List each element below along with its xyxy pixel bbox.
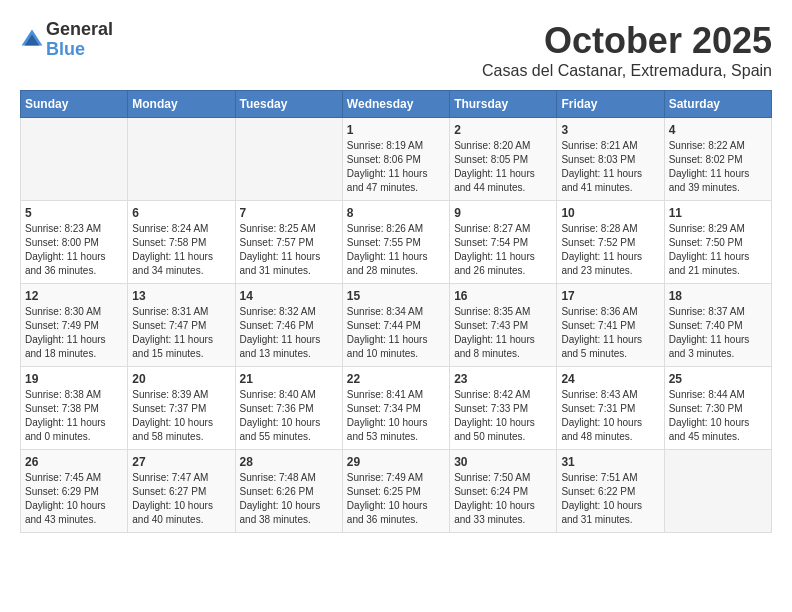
day-info: Sunrise: 8:20 AM Sunset: 8:05 PM Dayligh… [454,139,552,195]
calendar-week-row: 5Sunrise: 8:23 AM Sunset: 8:00 PM Daylig… [21,201,772,284]
day-number: 19 [25,372,123,386]
day-number: 2 [454,123,552,137]
day-number: 31 [561,455,659,469]
calendar-cell: 23Sunrise: 8:42 AM Sunset: 7:33 PM Dayli… [450,367,557,450]
location-title: Casas del Castanar, Extremadura, Spain [482,62,772,80]
day-number: 17 [561,289,659,303]
day-number: 4 [669,123,767,137]
day-info: Sunrise: 8:31 AM Sunset: 7:47 PM Dayligh… [132,305,230,361]
calendar-cell: 22Sunrise: 8:41 AM Sunset: 7:34 PM Dayli… [342,367,449,450]
calendar-cell: 19Sunrise: 8:38 AM Sunset: 7:38 PM Dayli… [21,367,128,450]
calendar-cell: 13Sunrise: 8:31 AM Sunset: 7:47 PM Dayli… [128,284,235,367]
month-title: October 2025 [482,20,772,62]
day-info: Sunrise: 7:48 AM Sunset: 6:26 PM Dayligh… [240,471,338,527]
day-info: Sunrise: 8:27 AM Sunset: 7:54 PM Dayligh… [454,222,552,278]
logo-blue: Blue [46,40,113,60]
calendar-cell: 20Sunrise: 8:39 AM Sunset: 7:37 PM Dayli… [128,367,235,450]
day-number: 6 [132,206,230,220]
calendar-cell: 16Sunrise: 8:35 AM Sunset: 7:43 PM Dayli… [450,284,557,367]
day-number: 29 [347,455,445,469]
day-info: Sunrise: 8:40 AM Sunset: 7:36 PM Dayligh… [240,388,338,444]
day-info: Sunrise: 8:37 AM Sunset: 7:40 PM Dayligh… [669,305,767,361]
header-sunday: Sunday [21,91,128,118]
day-info: Sunrise: 8:34 AM Sunset: 7:44 PM Dayligh… [347,305,445,361]
day-number: 7 [240,206,338,220]
calendar-week-row: 12Sunrise: 8:30 AM Sunset: 7:49 PM Dayli… [21,284,772,367]
logo-general: General [46,20,113,40]
calendar-cell: 11Sunrise: 8:29 AM Sunset: 7:50 PM Dayli… [664,201,771,284]
logo-text: General Blue [46,20,113,60]
calendar-cell [664,450,771,533]
calendar-cell: 5Sunrise: 8:23 AM Sunset: 8:00 PM Daylig… [21,201,128,284]
day-number: 27 [132,455,230,469]
calendar-cell: 4Sunrise: 8:22 AM Sunset: 8:02 PM Daylig… [664,118,771,201]
calendar-cell: 15Sunrise: 8:34 AM Sunset: 7:44 PM Dayli… [342,284,449,367]
day-number: 16 [454,289,552,303]
day-info: Sunrise: 8:42 AM Sunset: 7:33 PM Dayligh… [454,388,552,444]
day-number: 14 [240,289,338,303]
day-info: Sunrise: 8:26 AM Sunset: 7:55 PM Dayligh… [347,222,445,278]
day-number: 24 [561,372,659,386]
calendar-cell: 8Sunrise: 8:26 AM Sunset: 7:55 PM Daylig… [342,201,449,284]
day-info: Sunrise: 8:38 AM Sunset: 7:38 PM Dayligh… [25,388,123,444]
day-number: 11 [669,206,767,220]
calendar-cell: 3Sunrise: 8:21 AM Sunset: 8:03 PM Daylig… [557,118,664,201]
day-number: 5 [25,206,123,220]
day-info: Sunrise: 7:51 AM Sunset: 6:22 PM Dayligh… [561,471,659,527]
day-number: 28 [240,455,338,469]
calendar-cell: 10Sunrise: 8:28 AM Sunset: 7:52 PM Dayli… [557,201,664,284]
calendar-cell: 7Sunrise: 8:25 AM Sunset: 7:57 PM Daylig… [235,201,342,284]
day-number: 21 [240,372,338,386]
day-info: Sunrise: 7:50 AM Sunset: 6:24 PM Dayligh… [454,471,552,527]
day-number: 9 [454,206,552,220]
calendar-cell: 12Sunrise: 8:30 AM Sunset: 7:49 PM Dayli… [21,284,128,367]
calendar-cell: 31Sunrise: 7:51 AM Sunset: 6:22 PM Dayli… [557,450,664,533]
day-info: Sunrise: 8:43 AM Sunset: 7:31 PM Dayligh… [561,388,659,444]
day-info: Sunrise: 8:30 AM Sunset: 7:49 PM Dayligh… [25,305,123,361]
calendar-cell: 18Sunrise: 8:37 AM Sunset: 7:40 PM Dayli… [664,284,771,367]
page-header: General Blue October 2025 Casas del Cast… [20,20,772,80]
day-number: 23 [454,372,552,386]
calendar-cell [235,118,342,201]
calendar-cell [21,118,128,201]
calendar-cell: 24Sunrise: 8:43 AM Sunset: 7:31 PM Dayli… [557,367,664,450]
day-number: 30 [454,455,552,469]
day-info: Sunrise: 8:28 AM Sunset: 7:52 PM Dayligh… [561,222,659,278]
calendar-cell: 9Sunrise: 8:27 AM Sunset: 7:54 PM Daylig… [450,201,557,284]
calendar-cell: 14Sunrise: 8:32 AM Sunset: 7:46 PM Dayli… [235,284,342,367]
day-number: 1 [347,123,445,137]
calendar-cell: 27Sunrise: 7:47 AM Sunset: 6:27 PM Dayli… [128,450,235,533]
day-info: Sunrise: 8:25 AM Sunset: 7:57 PM Dayligh… [240,222,338,278]
logo: General Blue [20,20,113,60]
day-number: 26 [25,455,123,469]
day-number: 8 [347,206,445,220]
calendar-cell: 1Sunrise: 8:19 AM Sunset: 8:06 PM Daylig… [342,118,449,201]
day-number: 20 [132,372,230,386]
logo-icon [20,28,44,52]
day-number: 13 [132,289,230,303]
calendar-cell: 2Sunrise: 8:20 AM Sunset: 8:05 PM Daylig… [450,118,557,201]
day-info: Sunrise: 8:41 AM Sunset: 7:34 PM Dayligh… [347,388,445,444]
day-number: 3 [561,123,659,137]
day-number: 15 [347,289,445,303]
header-monday: Monday [128,91,235,118]
day-info: Sunrise: 8:29 AM Sunset: 7:50 PM Dayligh… [669,222,767,278]
day-number: 12 [25,289,123,303]
day-info: Sunrise: 8:35 AM Sunset: 7:43 PM Dayligh… [454,305,552,361]
calendar-cell: 30Sunrise: 7:50 AM Sunset: 6:24 PM Dayli… [450,450,557,533]
header-saturday: Saturday [664,91,771,118]
calendar-cell: 25Sunrise: 8:44 AM Sunset: 7:30 PM Dayli… [664,367,771,450]
calendar-week-row: 19Sunrise: 8:38 AM Sunset: 7:38 PM Dayli… [21,367,772,450]
day-info: Sunrise: 8:32 AM Sunset: 7:46 PM Dayligh… [240,305,338,361]
day-info: Sunrise: 7:45 AM Sunset: 6:29 PM Dayligh… [25,471,123,527]
calendar-cell [128,118,235,201]
calendar-cell: 29Sunrise: 7:49 AM Sunset: 6:25 PM Dayli… [342,450,449,533]
day-info: Sunrise: 8:44 AM Sunset: 7:30 PM Dayligh… [669,388,767,444]
header-thursday: Thursday [450,91,557,118]
calendar-cell: 26Sunrise: 7:45 AM Sunset: 6:29 PM Dayli… [21,450,128,533]
header-wednesday: Wednesday [342,91,449,118]
calendar-table: SundayMondayTuesdayWednesdayThursdayFrid… [20,90,772,533]
calendar-cell: 17Sunrise: 8:36 AM Sunset: 7:41 PM Dayli… [557,284,664,367]
day-info: Sunrise: 7:49 AM Sunset: 6:25 PM Dayligh… [347,471,445,527]
calendar-header-row: SundayMondayTuesdayWednesdayThursdayFrid… [21,91,772,118]
